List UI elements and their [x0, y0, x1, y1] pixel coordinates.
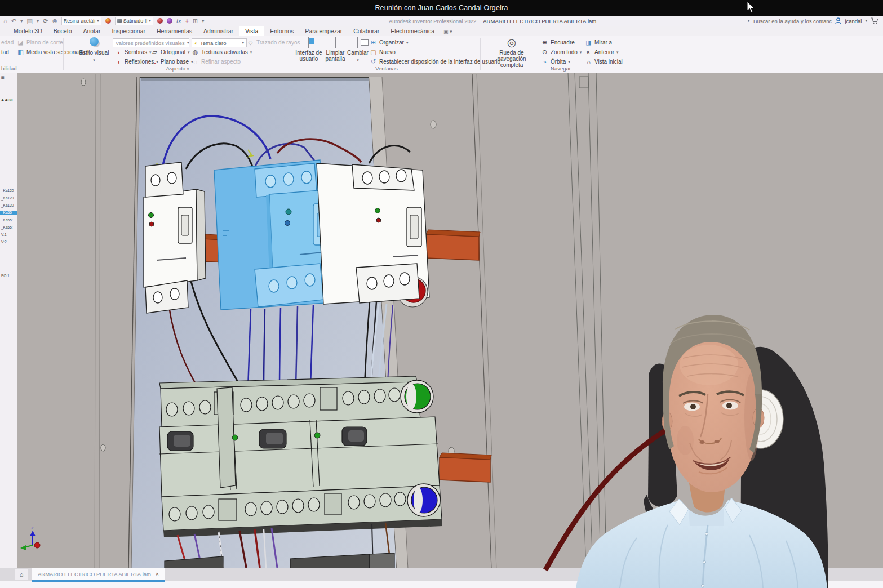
zoom-all-icon: ⊙: [541, 48, 548, 56]
qat-caret-icon[interactable]: ▾: [202, 16, 205, 26]
title-right: ▸ Buscar en la ayuda y los comanc jcanda…: [748, 16, 878, 26]
tab-entornos[interactable]: Entornos: [264, 26, 299, 36]
visual-style-button[interactable]: Estilo visual ▾: [79, 37, 109, 64]
tab-vista[interactable]: Vista: [239, 26, 264, 36]
tree-node[interactable]: _Ka120: [1, 203, 14, 207]
tree-node[interactable]: _Ka120: [1, 196, 14, 200]
zoom-all-caret-icon: ▾: [580, 50, 582, 55]
box-icon[interactable]: ▤: [26, 16, 32, 26]
tab-anotar[interactable]: Anotar: [77, 26, 106, 36]
visual-style-icon: [90, 37, 99, 48]
tab-electromecanica[interactable]: Electromecánica: [385, 26, 440, 36]
ui-button[interactable]: Interfaz de usuario: [295, 37, 322, 64]
appearance-swatch-icon: [117, 19, 122, 23]
nav-wheel-button[interactable]: ◎ Rueda de navegación completa: [487, 37, 536, 64]
breaker-row: [159, 417, 440, 497]
browser-hamburger-icon[interactable]: ≡: [1, 74, 5, 81]
document-tab[interactable]: ARMARIO ELECTRICO PUERTA ABIERTA.iam ×: [32, 568, 165, 582]
tree-node[interactable]: _Ka55:: [1, 225, 13, 229]
tree-node[interactable]: V:1: [1, 233, 7, 237]
breaker-assembly[interactable]: [159, 376, 442, 537]
look-at-item[interactable]: ◨ Mirar a: [585, 38, 612, 47]
add-icon[interactable]: +: [185, 16, 188, 26]
help-search-box[interactable]: Buscar en la ayuda y los comanc: [753, 18, 832, 24]
contactor-right[interactable]: [317, 163, 429, 307]
shadows-item[interactable]: ◗ Sombras ▾: [115, 48, 152, 56]
model-browser-strip[interactable]: ≡ A ABIE _Ka120 _Ka120 _Ka120 _Ka55 _Ka5…: [0, 73, 17, 569]
tree-node[interactable]: V:2: [1, 240, 7, 244]
nav-wheel-icon: ◎: [507, 37, 517, 48]
browser-root-node[interactable]: A ABIE: [1, 98, 14, 102]
reset-ui-icon: ↺: [370, 58, 377, 65]
home-tab-button[interactable]: ⌂: [15, 569, 28, 580]
box-caret-icon[interactable]: ▾: [37, 16, 39, 26]
theme-combo[interactable]: ◐ Tema claro ▾: [192, 38, 247, 47]
clipped-label-2: tad: [1, 48, 9, 56]
half-section-icon: ◧: [17, 48, 24, 56]
ground-plane-item[interactable]: ◒ Plano base ▾: [151, 57, 193, 66]
theme-caret-icon: ▾: [242, 41, 244, 45]
orbit-item[interactable]: ◔ Órbita ▾: [541, 57, 570, 66]
orthographic-item[interactable]: ▱ Ortogonal ▾: [151, 48, 189, 56]
orbit-caret-icon: ▾: [568, 60, 570, 64]
tab-inspeccionar[interactable]: Inspeccionar: [106, 26, 151, 36]
tab-boceto[interactable]: Boceto: [48, 26, 78, 36]
material-combo[interactable]: Resina acetáli ▾: [61, 17, 101, 25]
document-tab-close-icon[interactable]: ×: [156, 571, 159, 577]
refine-item[interactable]: ◌ Refinar aspecto: [192, 57, 241, 66]
appearance-caret-icon: ▾: [149, 19, 151, 23]
fx-icon[interactable]: fx: [176, 16, 181, 26]
3d-viewport[interactable]: Z: [17, 73, 883, 569]
sync-icon[interactable]: ⟳: [43, 16, 48, 26]
tab-administrar[interactable]: Administrar: [198, 26, 239, 36]
color-sphere-icon[interactable]: [105, 18, 111, 24]
ribbon-tab-bar: Modelo 3D Boceto Anotar Inspeccionar Her…: [0, 26, 883, 36]
grid-icon[interactable]: ⊞: [193, 16, 198, 26]
previous-view-caret-icon: ▾: [616, 50, 619, 55]
document-tab-bar: ⌂ ARMARIO ELECTRICO PUERTA ABIERTA.iam ×: [0, 568, 883, 581]
tree-node[interactable]: _Ka55:: [1, 218, 13, 222]
new-window-item[interactable]: ▢ Nuevo: [370, 48, 396, 56]
home-view-icon: ⌂: [585, 59, 592, 65]
home-icon[interactable]: ⌂: [3, 16, 7, 26]
switch-button[interactable]: Cambiar ▾: [347, 37, 369, 64]
reset-ui-item[interactable]: ↺ Restablecer disposición de la interfaz…: [370, 57, 500, 66]
clean-screen-button[interactable]: Limpiar pantalla: [323, 37, 347, 64]
tab-colaborar[interactable]: Colaborar: [348, 26, 385, 36]
tab-modelo-3d[interactable]: Modelo 3D: [8, 26, 48, 36]
orthographic-caret-icon: ▾: [188, 50, 190, 55]
shadows-label: Sombras: [125, 49, 147, 55]
arrange-item[interactable]: ⊞ Organizar ▾: [370, 38, 408, 47]
tab-para-empezar[interactable]: Para empezar: [299, 26, 348, 36]
undo-caret-icon[interactable]: ▾: [20, 16, 23, 26]
switch-label: Cambiar: [347, 50, 369, 56]
signed-in-user[interactable]: jcandal: [845, 18, 862, 24]
textures-icon: ◍: [192, 48, 199, 56]
section-plane-item[interactable]: ◪ Plano de corte: [17, 38, 63, 47]
tree-node[interactable]: _Ka120: [1, 189, 14, 193]
home-tab-icon: ⌂: [20, 571, 24, 578]
ui-label: Interfaz de usuario: [295, 50, 322, 62]
cart-icon[interactable]: [871, 17, 878, 24]
tree-node[interactable]: PO:1: [1, 274, 10, 278]
navegar-group-label: Navegar: [482, 65, 640, 72]
visual-presets-combo[interactable]: Valores predefinidos visuales ▾: [113, 38, 189, 47]
material-circle-icon[interactable]: ⊗: [52, 16, 57, 26]
zoom-all-item[interactable]: ⊙ Zoom todo ▾: [541, 48, 582, 56]
textures-caret-icon: ▾: [250, 50, 252, 55]
ribbon-display-options-icon[interactable]: ▣ ▾: [443, 29, 452, 36]
adjust-sphere2-icon[interactable]: [167, 18, 172, 24]
adjust-sphere-icon[interactable]: [157, 18, 163, 24]
textures-item[interactable]: ◍ Texturas activadas ▾: [192, 48, 252, 56]
previous-view-icon: ↞: [585, 48, 592, 56]
appearance-combo[interactable]: Satinado Il ▾: [115, 17, 153, 25]
home-view-item[interactable]: ⌂ Vista inicial: [585, 57, 623, 66]
tab-herramientas[interactable]: Herramientas: [151, 26, 198, 36]
user-caret-icon[interactable]: ▾: [865, 19, 867, 23]
aspecto-group-label[interactable]: Aspecto ▾: [65, 65, 290, 72]
tree-node-selected[interactable]: _Ka55: [0, 211, 17, 215]
undo-icon[interactable]: ↶: [11, 16, 16, 26]
pan-item[interactable]: ⊕ Encuadre: [541, 38, 575, 47]
previous-view-item[interactable]: ↞ Anterior ▾: [585, 48, 619, 56]
home-view-label: Vista inicial: [594, 59, 623, 65]
